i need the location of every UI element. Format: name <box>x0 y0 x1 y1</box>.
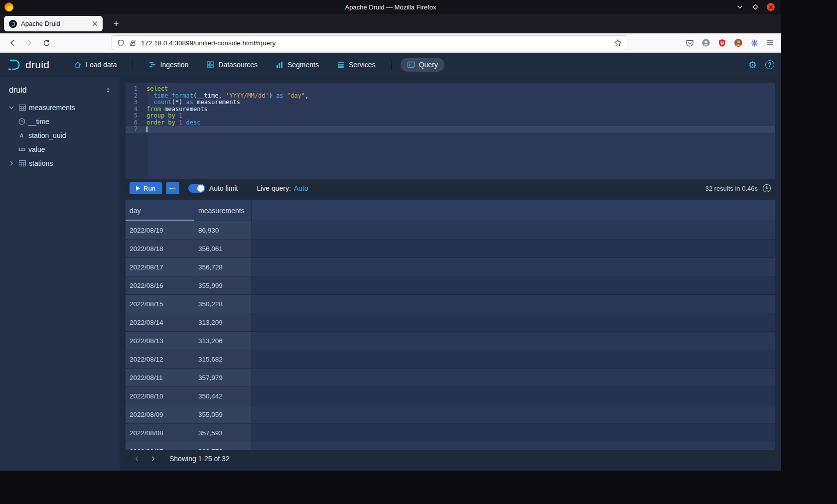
column-header-day[interactable]: day <box>126 200 194 221</box>
gear-icon[interactable]: ⚙ <box>748 60 757 70</box>
extension-pinwheel-icon[interactable] <box>750 39 759 47</box>
insecure-lock-icon[interactable] <box>129 39 137 47</box>
run-button[interactable]: Run <box>130 182 162 194</box>
editor-line-5[interactable]: 5group by 1 <box>126 113 775 120</box>
live-query-label: Live query: <box>257 184 290 192</box>
sql-editor[interactable]: 1select2 time_format(__time, 'YYYY/MM/dd… <box>126 83 775 179</box>
cell-day[interactable]: 2022/08/15 <box>126 295 194 313</box>
maximize-button[interactable] <box>751 2 760 11</box>
editor-line-2[interactable]: 2 time_format(__time, 'YYYY/MM/dd') as "… <box>126 93 775 100</box>
tracking-shield-icon[interactable] <box>117 39 125 47</box>
cell-measurements[interactable]: 360,570 <box>194 442 252 450</box>
cell-day[interactable]: 2022/08/16 <box>126 276 194 294</box>
download-icon[interactable] <box>762 184 771 193</box>
tab-close-icon[interactable] <box>92 21 98 26</box>
editor-line-4[interactable]: 4from measurements <box>126 106 775 113</box>
cell-day[interactable]: 2022/08/09 <box>126 405 194 423</box>
ublock-icon[interactable] <box>718 39 726 47</box>
table-row: 2022/08/16355,999 <box>126 276 775 295</box>
cell-measurements[interactable]: 86,930 <box>194 221 252 239</box>
reload-button[interactable] <box>39 36 54 50</box>
schema-header: druid <box>0 82 120 101</box>
forward-button[interactable] <box>22 36 37 50</box>
url-bar[interactable]: 172.18.0.4:30899/unified-console.html#qu… <box>112 35 627 50</box>
cell-measurements[interactable]: 315,682 <box>194 350 252 368</box>
code-text: group by 1 <box>142 113 182 120</box>
back-button[interactable] <box>5 36 20 50</box>
line-number: 2 <box>126 93 142 100</box>
code-text <box>142 126 147 133</box>
cell-measurements[interactable]: 356,728 <box>194 258 252 276</box>
cell-measurements[interactable]: 313,209 <box>194 313 252 331</box>
druid-logo-icon <box>7 58 22 72</box>
editor-line-1[interactable]: 1select <box>126 86 775 93</box>
cell-day[interactable]: 2022/08/08 <box>126 424 194 442</box>
cell-day[interactable]: 2022/08/07 <box>126 442 194 450</box>
cell-day[interactable]: 2022/08/13 <box>126 332 194 350</box>
chevron-down-icon[interactable] <box>7 104 15 111</box>
auto-limit-toggle[interactable] <box>188 184 205 193</box>
live-query-value[interactable]: Auto <box>294 184 308 192</box>
row-filler <box>252 350 775 368</box>
cell-day[interactable]: 2022/08/12 <box>126 350 194 368</box>
nav-datasources[interactable]: Datasources <box>200 58 264 72</box>
tree-item-stations[interactable]: stations <box>0 156 120 170</box>
column-header-measurements[interactable]: measurements <box>194 200 252 221</box>
cell-measurements[interactable]: 350,442 <box>194 387 252 405</box>
window-titlebar: Apache Druid — Mozilla Firefox <box>0 0 781 14</box>
minimize-button[interactable] <box>735 2 744 11</box>
cell-day[interactable]: 2022/08/14 <box>126 313 194 331</box>
editor-line-6[interactable]: 6order by 1 desc <box>126 120 775 126</box>
druid-header: druid Load dataIngestionDatasourcesSegme… <box>0 53 781 77</box>
tree-item---time[interactable]: __time <box>0 115 120 128</box>
nav-query[interactable]: Query <box>401 58 444 72</box>
cell-measurements[interactable]: 356,061 <box>194 240 252 257</box>
cell-day[interactable]: 2022/08/19 <box>126 221 194 239</box>
browser-tab[interactable]: Apache Druid <box>4 16 103 31</box>
nav-services[interactable]: Services <box>330 58 382 72</box>
cell-day[interactable]: 2022/08/10 <box>126 387 194 405</box>
account-icon[interactable] <box>701 38 710 47</box>
nav-segments[interactable]: Segments <box>269 58 325 72</box>
tree-item-station-uuid[interactable]: Astation_uuid <box>0 128 120 142</box>
table-row: 2022/08/15350,228 <box>126 295 775 313</box>
toggle-knob <box>197 185 204 192</box>
auto-limit-label: Auto limit <box>209 184 238 192</box>
editor-line-3[interactable]: 3 count(*) as measurements <box>126 99 775 106</box>
cell-measurements[interactable]: 313,206 <box>194 332 252 350</box>
druid-logo[interactable]: druid <box>7 58 49 72</box>
cell-day[interactable]: 2022/08/17 <box>126 258 194 276</box>
cell-measurements[interactable]: 357,979 <box>194 369 252 386</box>
menu-icon[interactable] <box>766 39 774 47</box>
nav-load-data[interactable]: Load data <box>67 58 123 72</box>
bookmark-star-icon[interactable] <box>614 39 622 47</box>
tree-item-measurements[interactable]: measurements <box>0 101 120 115</box>
cell-measurements[interactable]: 355,999 <box>194 276 252 294</box>
row-filler <box>252 276 775 294</box>
code-text: select <box>142 86 168 93</box>
time-icon <box>17 118 26 126</box>
prev-page-button[interactable] <box>131 452 143 465</box>
cell-day[interactable]: 2022/08/11 <box>126 369 194 386</box>
run-more-button[interactable]: ••• <box>166 182 179 194</box>
chevron-right-icon[interactable] <box>7 160 15 167</box>
new-tab-button[interactable]: + <box>110 18 123 29</box>
double-caret-icon[interactable] <box>105 87 112 94</box>
editor-line-7[interactable]: 7 <box>126 126 775 133</box>
row-filler <box>252 258 775 276</box>
tree-item-value[interactable]: 123value <box>0 142 120 156</box>
cell-measurements[interactable]: 355,059 <box>194 405 252 423</box>
pocket-icon[interactable] <box>686 39 694 47</box>
cell-measurements[interactable]: 357,593 <box>194 424 252 442</box>
result-info-group: 32 results in 0.46s <box>705 184 771 193</box>
cell-measurements[interactable]: 350,228 <box>194 295 252 313</box>
nav-ingestion[interactable]: Ingestion <box>142 58 195 72</box>
browser-toolbar: 172.18.0.4:30899/unified-console.html#qu… <box>0 33 781 53</box>
close-button[interactable] <box>766 2 775 11</box>
cell-day[interactable]: 2022/08/18 <box>126 240 194 257</box>
help-icon[interactable]: ? <box>765 60 774 69</box>
profile-avatar[interactable] <box>734 38 743 47</box>
next-page-button[interactable] <box>146 452 159 465</box>
toolbar-extensions <box>686 38 776 47</box>
app-body: druid measurements__timeAstation_uuid123… <box>0 77 781 471</box>
